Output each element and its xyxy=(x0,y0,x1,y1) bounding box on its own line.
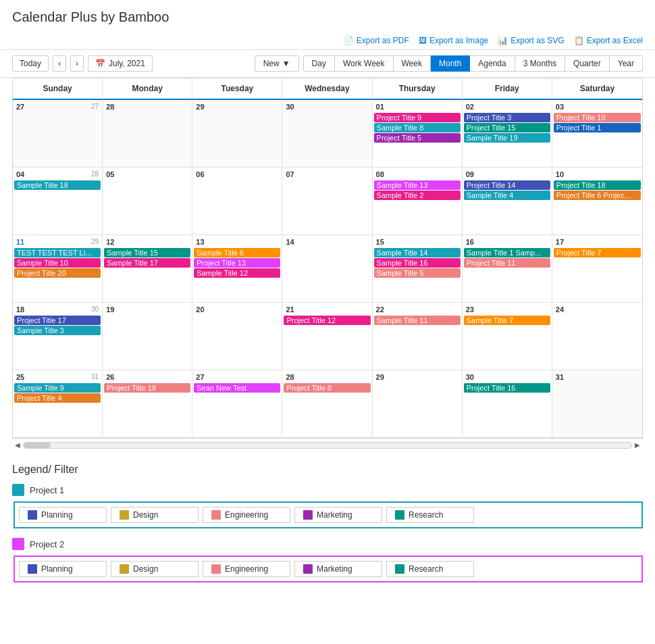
calendar-event[interactable]: Sample Title 16 xyxy=(374,258,461,268)
cal-cell[interactable]: 1129TEST TEST TEST Li...Sample Title 10P… xyxy=(13,235,103,303)
next-button[interactable]: › xyxy=(70,55,84,72)
scrollbar-thumb[interactable] xyxy=(24,443,51,448)
cal-cell[interactable]: 2531Sample Title 9Project Title 4 xyxy=(13,370,103,438)
legend-category[interactable]: Planning xyxy=(19,507,107,523)
cal-cell[interactable]: 20 xyxy=(192,303,282,370)
cal-cell[interactable]: 16Sample Title 1 Samp...Project Title 11 xyxy=(463,235,552,303)
cal-cell[interactable]: 19 xyxy=(103,303,192,370)
view-workweek[interactable]: Work Week xyxy=(335,55,394,72)
calendar-event[interactable]: Project Title 16 xyxy=(464,383,550,393)
cal-cell[interactable]: 31 xyxy=(552,370,642,438)
cal-cell[interactable]: 29 xyxy=(192,100,282,168)
cal-cell[interactable]: 02Project Title 3Project Title 15Sample … xyxy=(463,100,552,168)
calendar-event[interactable]: Sample Title 8 xyxy=(374,123,461,132)
cal-cell[interactable]: 30Project Title 16 xyxy=(463,370,552,438)
calendar-event[interactable]: Project Title 13 xyxy=(194,258,280,268)
calendar-event[interactable]: Project Title 4 xyxy=(14,393,101,403)
calendar-event[interactable]: Sample Title 17 xyxy=(104,258,190,268)
cal-cell[interactable]: 28 xyxy=(103,100,192,168)
calendar-event[interactable]: Sample Title 19 xyxy=(464,133,550,143)
scroll-left-arrow[interactable]: ◀ xyxy=(12,441,23,449)
scroll-right-arrow[interactable]: ▶ xyxy=(632,441,643,449)
calendar-event[interactable]: Project Title 1 xyxy=(554,123,641,132)
calendar-event[interactable]: Sample Title 7 xyxy=(464,316,550,325)
view-week[interactable]: Week xyxy=(394,55,431,72)
export-svg-button[interactable]: 📊 Export as SVG xyxy=(498,36,564,45)
cal-cell[interactable]: 06 xyxy=(192,168,282,235)
calendar-event[interactable]: Project Title 10 xyxy=(554,113,641,122)
calendar-event[interactable]: Project Title 9 xyxy=(374,113,461,122)
calendar-event[interactable]: Project Title 7 xyxy=(554,248,641,257)
calendar-event[interactable]: Sample Title 6 xyxy=(194,248,280,257)
cal-cell[interactable]: 27Sean New Test xyxy=(192,370,282,438)
scrollbar-track[interactable] xyxy=(23,442,632,449)
calendar-event[interactable]: Project Title 5 xyxy=(374,133,461,143)
calendar-event[interactable]: Sample Title 18 xyxy=(14,180,101,190)
legend-category[interactable]: Engineering xyxy=(203,561,290,577)
legend-category[interactable]: Design xyxy=(111,507,199,523)
cal-cell[interactable]: 30 xyxy=(282,100,372,168)
cal-cell[interactable]: 07 xyxy=(282,168,372,235)
cal-cell[interactable]: 24 xyxy=(552,303,642,370)
view-year[interactable]: Year xyxy=(610,55,643,72)
calendar-event[interactable]: Project Title 11 xyxy=(464,258,550,268)
cal-cell[interactable]: 0428Sample Title 18 xyxy=(13,168,103,235)
legend-category[interactable]: Marketing xyxy=(294,507,382,523)
calendar-event[interactable]: TEST TEST TEST Li... xyxy=(14,248,101,257)
calendar-event[interactable]: Project Title 12 xyxy=(284,316,370,325)
cal-cell[interactable]: 12Sample Title 15Sample Title 17 xyxy=(103,235,192,303)
calendar-event[interactable]: Project Title 6 Projec... xyxy=(554,191,641,200)
view-day[interactable]: Day xyxy=(303,55,335,72)
calendar-event[interactable]: Sample Title 12 xyxy=(194,268,280,278)
cal-cell[interactable]: 01Project Title 9Sample Title 8Project T… xyxy=(373,100,463,168)
export-pdf-button[interactable]: 📄 Export as PDF xyxy=(344,36,409,45)
view-month[interactable]: Month xyxy=(431,55,470,72)
legend-category[interactable]: Engineering xyxy=(203,507,290,523)
legend-category[interactable]: Research xyxy=(386,507,474,523)
view-agenda[interactable]: Agenda xyxy=(470,55,515,72)
cal-cell[interactable]: 13Sample Title 6Project Title 13Sample T… xyxy=(192,235,282,303)
calendar-event[interactable]: Project Title 3 xyxy=(464,113,550,122)
calendar-event[interactable]: Project Title 8 xyxy=(284,383,370,393)
calendar-event[interactable]: Sean New Test xyxy=(194,383,280,393)
prev-button[interactable]: ‹ xyxy=(53,55,66,72)
calendar-event[interactable]: Sample Title 1 Samp... xyxy=(464,248,550,257)
calendar-event[interactable]: Sample Title 11 xyxy=(374,316,461,325)
legend-category[interactable]: Research xyxy=(386,561,474,577)
cal-cell[interactable]: 17Project Title 7 xyxy=(552,235,642,303)
cal-cell[interactable]: 28Project Title 8 xyxy=(282,370,372,438)
view-3months[interactable]: 3 Months xyxy=(515,55,565,72)
cal-cell[interactable]: 03Project Title 10Project Title 1 xyxy=(552,100,642,168)
calendar-event[interactable]: Sample Title 2 xyxy=(374,191,461,200)
calendar-event[interactable]: Project Title 15 xyxy=(464,123,550,132)
calendar-event[interactable]: Sample Title 4 xyxy=(464,191,550,200)
legend-category[interactable]: Planning xyxy=(19,561,107,577)
calendar-event[interactable]: Project Title 14 xyxy=(464,180,550,190)
cal-cell[interactable]: 14 xyxy=(282,235,372,303)
cal-cell[interactable]: 26Project Title 19 xyxy=(103,370,192,438)
cal-cell[interactable]: 23Sample Title 7 xyxy=(463,303,552,370)
cal-cell[interactable]: 22Sample Title 11 xyxy=(373,303,463,370)
calendar-event[interactable]: Sample Title 5 xyxy=(374,268,461,278)
cal-cell[interactable]: 09Project Title 14Sample Title 4 xyxy=(463,168,552,235)
cal-cell[interactable]: 2727 xyxy=(13,100,103,168)
cal-cell[interactable]: 21Project Title 12 xyxy=(282,303,372,370)
new-button[interactable]: New ▼ xyxy=(255,55,299,72)
cal-cell[interactable]: 29 xyxy=(373,370,463,438)
cal-cell[interactable]: 15Sample Title 14Sample Title 16Sample T… xyxy=(373,235,463,303)
calendar-event[interactable]: Sample Title 3 xyxy=(14,326,101,335)
legend-category[interactable]: Marketing xyxy=(294,561,382,577)
today-button[interactable]: Today xyxy=(12,55,49,72)
calendar-event[interactable]: Project Title 17 xyxy=(14,316,101,325)
export-excel-button[interactable]: 📋 Export as Excel xyxy=(574,36,643,45)
cal-cell[interactable]: 05 xyxy=(103,168,192,235)
cal-cell[interactable]: 1830Project Title 17Sample Title 3 xyxy=(13,303,103,370)
cal-cell[interactable]: 10Project Title 18Project Title 6 Projec… xyxy=(552,168,642,235)
calendar-event[interactable]: Sample Title 13 xyxy=(374,180,461,190)
calendar-event[interactable]: Sample Title 10 xyxy=(14,258,101,268)
calendar-event[interactable]: Project Title 19 xyxy=(104,383,190,393)
legend-category[interactable]: Design xyxy=(111,561,199,577)
calendar-event[interactable]: Sample Title 14 xyxy=(374,248,461,257)
calendar-event[interactable]: Project Title 20 xyxy=(14,268,101,278)
cal-cell[interactable]: 08Sample Title 13Sample Title 2 xyxy=(373,168,463,235)
